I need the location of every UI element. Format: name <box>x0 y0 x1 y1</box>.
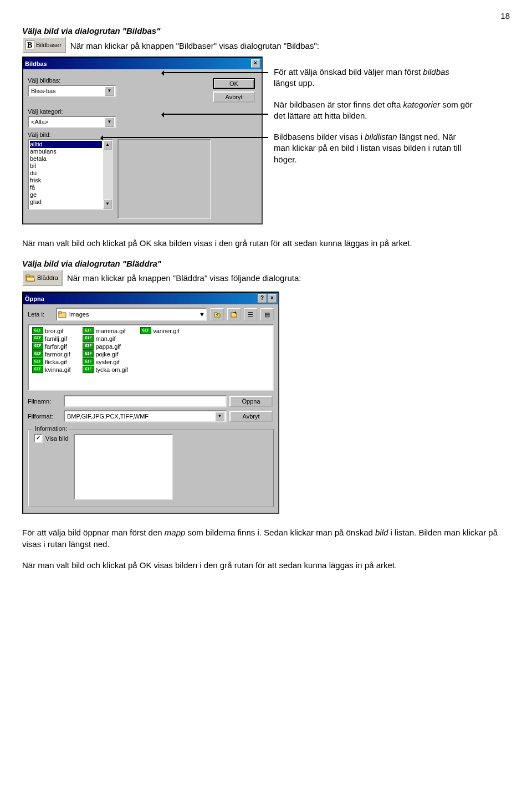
bildbaser-label: Bildbaser <box>36 42 62 48</box>
gif-icon: GIF <box>83 327 94 334</box>
file-item[interactable]: GIFpojke.gif <box>83 350 128 358</box>
kategori-combo[interactable]: <Alla> ▼ <box>28 116 116 128</box>
avbryt-button[interactable]: Avbryt <box>229 411 273 422</box>
svg-rect-5 <box>59 312 62 313</box>
file-item[interactable]: GIFkvinna.gif <box>32 366 70 373</box>
file-item[interactable]: GIFfarfar.gif <box>32 343 70 350</box>
file-item[interactable]: GIFflicka.gif <box>32 358 70 365</box>
letter-b-icon: B <box>25 40 34 49</box>
chevron-down-icon[interactable]: ▼ <box>105 86 114 96</box>
list-item[interactable]: få <box>30 184 102 191</box>
avbryt-button[interactable]: Avbryt <box>213 91 255 103</box>
file-name: syster.gif <box>95 359 119 365</box>
filnamn-input[interactable] <box>64 395 227 407</box>
close-icon[interactable]: × <box>268 294 277 303</box>
file-item[interactable]: GIFman.gif <box>83 335 128 342</box>
bildbas-value: Bliss-bas <box>31 88 56 94</box>
open-titlebar: Öppna ? × <box>23 293 278 304</box>
list-item[interactable]: bil <box>30 162 102 170</box>
annot1-p3a: Bildbasens bilder visas i <box>274 132 365 141</box>
file-name: pojke.gif <box>95 351 118 358</box>
file-item[interactable]: GIFmamma.gif <box>83 327 128 334</box>
file-item[interactable]: GIFpappa.gif <box>83 343 128 350</box>
list-item[interactable]: glad <box>30 198 102 206</box>
section-heading-bildbas: Välja bild via dialogrutan "Bildbas" <box>22 26 510 35</box>
oppna-button[interactable]: Öppna <box>229 396 273 407</box>
label-leta-i: Leta i: <box>28 311 53 318</box>
gif-icon: GIF <box>32 335 43 342</box>
chevron-down-icon[interactable]: ▼ <box>105 118 114 127</box>
filformat-combo[interactable]: BMP,GIF,JPG,PCX,TIFF,WMF ▼ <box>64 410 227 422</box>
gif-icon: GIF <box>32 343 43 350</box>
list-item[interactable]: frisk <box>30 177 102 184</box>
file-item[interactable]: GIFfarmor.gif <box>32 350 70 358</box>
info-group: Information: ✓ Visa bild <box>28 429 274 507</box>
checkmark-icon: ✓ <box>34 434 43 443</box>
list-item[interactable]: ambulans <box>30 148 102 155</box>
bild-listbox[interactable]: alltid ambulans betala bil du frisk få g… <box>28 139 113 210</box>
new-folder-icon[interactable] <box>227 308 241 320</box>
list-item[interactable]: alltid <box>30 141 102 148</box>
image-preview <box>74 434 173 500</box>
file-name: vänner.gif <box>153 328 180 334</box>
filformat-value: BMP,GIF,JPG,PCX,TIFF,WMF <box>67 413 149 420</box>
details-view-icon[interactable]: ▤ <box>260 308 274 320</box>
scrollbar[interactable]: ▲ ▼ <box>103 140 112 209</box>
kategori-value: <Alla> <box>31 119 48 125</box>
gif-icon: GIF <box>83 343 94 350</box>
gif-icon: GIF <box>83 366 94 373</box>
folder-icon <box>58 310 67 318</box>
list-view-icon[interactable]: ☰ <box>244 308 257 320</box>
file-name: familj.gif <box>45 335 67 342</box>
file-name: flicka.gif <box>45 359 67 365</box>
gif-icon: GIF <box>140 327 151 334</box>
folder-name: images <box>69 311 197 318</box>
file-item[interactable]: GIFsyster.gif <box>83 358 128 365</box>
annot1-p2a: När bildbasen är stor finns det ofta <box>274 100 403 109</box>
folder-combo[interactable]: images ▼ <box>56 308 207 321</box>
trailer-p1c: som bilderna finns i. Sedan klickar man … <box>185 528 375 537</box>
list-item[interactable]: ge <box>30 191 102 198</box>
file-name: farfar.gif <box>45 343 67 350</box>
gif-icon: GIF <box>32 358 43 365</box>
file-name: mamma.gif <box>95 328 125 334</box>
file-item[interactable]: GIFbror.gif <box>32 327 70 334</box>
help-icon[interactable]: ? <box>258 294 267 303</box>
bildbas-combo[interactable]: Bliss-bas ▼ <box>28 85 116 97</box>
trailer-p2: När man valt bild och klickat på OK visa… <box>22 560 510 571</box>
gif-icon: GIF <box>83 358 94 365</box>
chevron-down-icon[interactable]: ▼ <box>199 311 205 318</box>
open-title: Öppna <box>25 295 44 302</box>
file-name: kvinna.gif <box>45 366 70 373</box>
list-item[interactable]: betala <box>30 155 102 162</box>
ok-button[interactable]: OK <box>213 78 255 89</box>
svg-text:B: B <box>27 41 32 49</box>
file-name: pappa.gif <box>95 343 120 350</box>
file-name: farmor.gif <box>45 351 70 358</box>
annot1-p3b: bildlistan <box>365 132 397 141</box>
section-heading-bladdra: Välja bild via dialogrutan "Bläddra" <box>22 259 510 268</box>
bladdra-button[interactable]: Bläddra <box>22 269 63 286</box>
bildbaser-button[interactable]: B Bildbaser <box>22 37 66 53</box>
page-number: 18 <box>22 11 510 21</box>
scroll-up-icon[interactable]: ▲ <box>103 140 112 150</box>
list-item[interactable]: du <box>30 170 102 177</box>
scroll-down-icon[interactable]: ▼ <box>103 200 112 209</box>
visa-bild-label: Visa bild <box>45 435 68 442</box>
folder-open-icon <box>25 273 35 282</box>
file-item[interactable]: GIFtycka om.gif <box>83 366 128 373</box>
file-list[interactable]: GIFbror.gifGIFfamilj.gifGIFfarfar.gifGIF… <box>28 324 274 391</box>
file-item[interactable]: GIFfamilj.gif <box>32 335 70 342</box>
chevron-down-icon[interactable]: ▼ <box>215 412 224 421</box>
gif-icon: GIF <box>32 327 43 334</box>
close-icon[interactable]: × <box>251 59 260 68</box>
visa-bild-checkbox[interactable]: ✓ Visa bild <box>34 434 68 443</box>
file-item[interactable]: GIFvänner.gif <box>140 327 180 334</box>
up-folder-icon[interactable] <box>211 308 224 320</box>
trailer-p1b: mapp <box>165 528 186 537</box>
file-name: bror.gif <box>45 328 64 334</box>
label-valj-bildbas: Välj bildbas: <box>28 77 207 84</box>
bladdra-label: Bläddra <box>37 274 58 281</box>
annot1-p1c: längst upp. <box>274 78 314 88</box>
trailer-p1a: För att välja bild öppnar man först den <box>22 528 165 537</box>
